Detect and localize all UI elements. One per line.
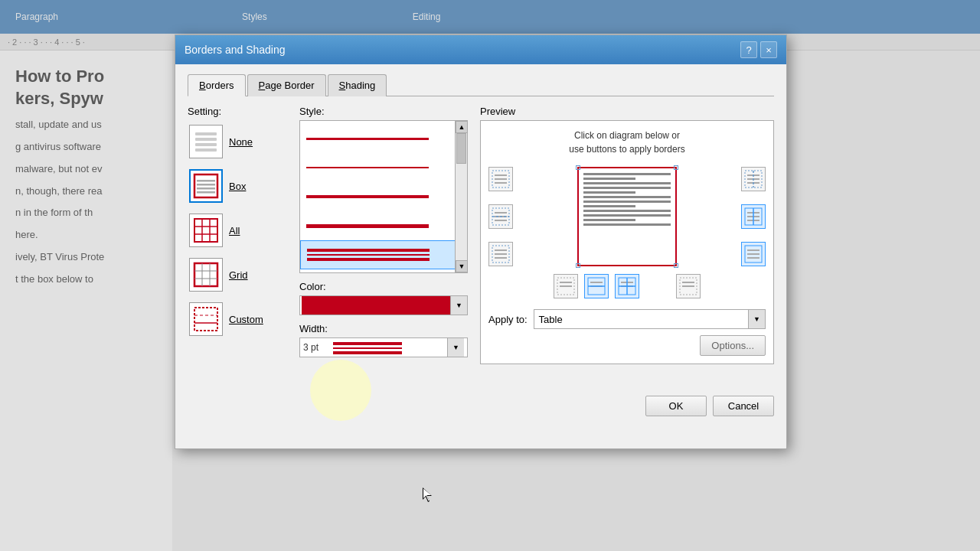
dialog-body: Borders Page Border Shading Setting: [175, 64, 786, 448]
ok-button[interactable]: OK [645, 396, 707, 416]
tab-shading[interactable]: Shading [328, 74, 387, 96]
preview-document [577, 167, 677, 266]
svg-rect-22 [307, 249, 430, 252]
setting-custom-label: Custom [229, 314, 263, 325]
preview-center [519, 167, 735, 266]
svg-rect-19 [194, 308, 217, 331]
svg-rect-69 [682, 285, 694, 287]
cancel-button[interactable]: Cancel [713, 396, 774, 416]
border-btn-bottom-right[interactable] [741, 242, 766, 266]
border-btn-bottom-left[interactable] [488, 242, 513, 266]
border-btn-br-corner[interactable] [676, 274, 701, 298]
svg-rect-0 [195, 132, 217, 135]
setting-custom-icon [189, 302, 223, 336]
dialog-main-area: Setting: None [188, 106, 774, 364]
tab-borders[interactable]: Borders [188, 74, 246, 96]
setting-none-icon [189, 125, 223, 158]
corner-tr [674, 165, 678, 170]
style-label: Style: [299, 106, 468, 117]
setting-panel: Setting: None [188, 106, 287, 364]
svg-rect-31 [495, 182, 507, 184]
width-dropdown-arrow[interactable]: ▼ [447, 338, 464, 357]
style-item-1[interactable] [300, 124, 467, 153]
apply-to-label: Apply to: [488, 314, 528, 325]
scroll-thumb[interactable] [456, 133, 466, 164]
preview-doc-inner [579, 168, 675, 265]
svg-rect-57 [560, 285, 572, 287]
border-btn-bottom-inner[interactable] [615, 274, 639, 298]
svg-rect-68 [682, 282, 694, 283]
border-btn-top-right[interactable] [741, 167, 766, 191]
apply-to-dropdown[interactable]: Table ▼ [534, 309, 766, 329]
border-btn-bl-corner[interactable] [554, 274, 578, 298]
svg-rect-40 [495, 257, 507, 259]
style-scrollbar[interactable]: ▲ ▼ [455, 121, 467, 272]
style-list [300, 121, 467, 272]
svg-rect-25 [333, 342, 402, 345]
apply-to-arrow[interactable]: ▼ [748, 310, 765, 328]
svg-rect-29 [495, 174, 507, 176]
scroll-track [456, 133, 467, 260]
svg-rect-26 [333, 347, 402, 349]
svg-rect-56 [560, 282, 572, 283]
dialog-title: Borders and Shading [185, 44, 286, 56]
color-dropdown-arrow[interactable]: ▼ [450, 296, 467, 315]
style-item-4[interactable] [300, 211, 467, 240]
titlebar-buttons: ? × [740, 41, 777, 58]
style-list-container: ▲ ▼ [299, 120, 468, 273]
svg-rect-54 [747, 257, 760, 259]
svg-rect-33 [495, 212, 507, 214]
svg-rect-27 [333, 351, 402, 354]
border-btn-bottom-center[interactable] [584, 274, 609, 298]
preview-instruction: Click on diagram below or use buttons to… [488, 129, 766, 156]
width-row: Width: 3 pt ▼ [299, 323, 468, 357]
scroll-down-btn[interactable]: ▼ [456, 260, 468, 272]
preview-label: Preview [480, 106, 774, 117]
width-dropdown[interactable]: 3 pt ▼ [299, 337, 468, 357]
setting-grid[interactable]: Grid [188, 256, 287, 293]
dialog-titlebar: Borders and Shading ? × [175, 35, 786, 64]
setting-grid-icon [189, 258, 223, 292]
close-button[interactable]: × [760, 41, 777, 58]
svg-rect-23 [307, 254, 430, 256]
style-item-3[interactable] [300, 182, 467, 211]
color-dropdown[interactable]: ▼ [299, 295, 468, 315]
help-button[interactable]: ? [740, 41, 757, 58]
setting-none[interactable]: None [188, 123, 287, 160]
options-button[interactable]: Options... [700, 335, 766, 356]
corner-bl [576, 263, 580, 268]
svg-rect-30 [495, 178, 507, 180]
style-item-5[interactable] [300, 240, 467, 269]
setting-box-icon [189, 169, 223, 203]
style-item-2[interactable] [300, 153, 467, 182]
svg-rect-35 [495, 220, 507, 221]
style-panel: Style: [299, 106, 468, 364]
tab-page-border[interactable]: Page Border [247, 74, 326, 96]
apply-to-row: Apply to: Table ▼ [488, 309, 766, 329]
setting-custom[interactable]: Custom [188, 301, 287, 337]
setting-box[interactable]: Box [188, 168, 287, 204]
svg-rect-39 [495, 253, 507, 255]
width-preview [333, 340, 444, 355]
svg-rect-3 [195, 148, 217, 152]
preview-panel: Preview Click on diagram below or use bu… [480, 106, 774, 364]
svg-rect-4 [194, 174, 217, 197]
setting-all-label: All [229, 225, 240, 236]
preview-bottom-buttons [488, 274, 766, 298]
svg-rect-38 [495, 249, 507, 251]
width-value: 3 pt [303, 342, 330, 353]
svg-rect-14 [194, 263, 217, 286]
borders-and-shading-dialog: Borders and Shading ? × Borders Page Bor… [175, 34, 787, 449]
scroll-up-btn[interactable]: ▲ [456, 121, 468, 133]
svg-rect-6 [197, 184, 215, 186]
border-btn-middle-left[interactable] [488, 204, 513, 229]
svg-rect-5 [197, 180, 215, 182]
svg-rect-7 [197, 187, 215, 190]
border-btn-top-left[interactable] [488, 167, 513, 191]
border-btn-middle-right[interactable] [741, 204, 766, 229]
color-swatch [302, 296, 450, 315]
setting-all[interactable]: All [188, 212, 287, 249]
svg-rect-52 [747, 249, 760, 251]
width-label: Width: [299, 323, 468, 334]
color-label: Color: [299, 281, 468, 292]
